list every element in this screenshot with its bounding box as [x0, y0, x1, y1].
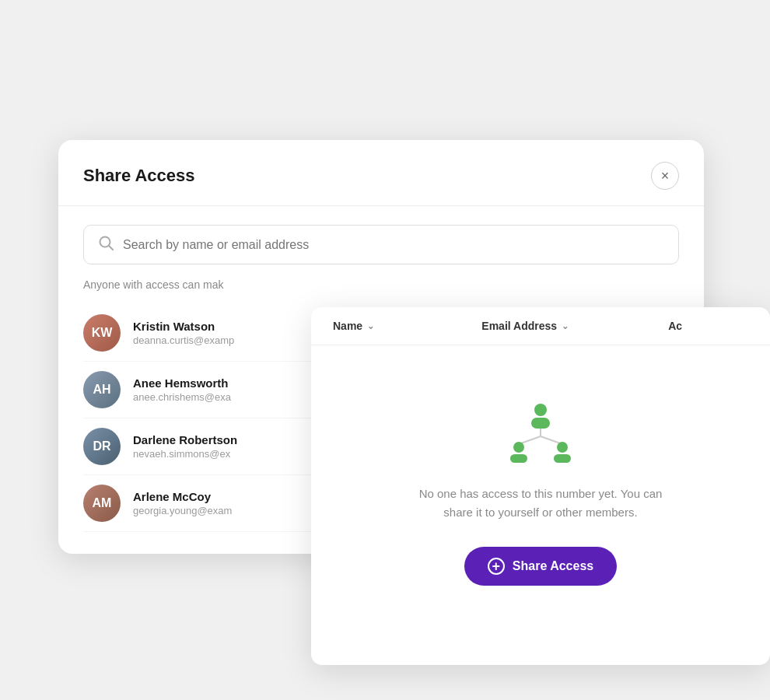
- col-email-label: Email Address: [481, 320, 557, 332]
- user-info: Darlene Robertson nevaeh.simmons@ex: [133, 433, 237, 460]
- share-plus-icon: +: [488, 558, 505, 575]
- user-email: deanna.curtis@examp: [133, 334, 234, 346]
- svg-rect-3: [531, 418, 550, 429]
- svg-rect-10: [554, 454, 571, 463]
- svg-point-7: [513, 442, 524, 453]
- empty-state-text: No one has access to this number yet. Yo…: [416, 485, 665, 522]
- secondary-panel: Name ⌄ Email Address ⌄ Ac: [311, 307, 770, 665]
- user-info: Anee Hemsworth anee.chrishems@exa: [133, 376, 231, 403]
- avatar-initials: KW: [83, 314, 121, 352]
- avatar: KW: [83, 314, 121, 352]
- avatar: AH: [83, 371, 121, 408]
- col-name-label: Name: [333, 320, 362, 332]
- col-name-chevron: ⌄: [367, 321, 374, 331]
- user-email: georgia.young@exam: [133, 505, 232, 516]
- user-name: Darlene Robertson: [133, 433, 237, 446]
- avatar-initials: DR: [83, 428, 121, 465]
- search-bar: [83, 225, 679, 264]
- user-name: Arlene McCoy: [133, 490, 232, 503]
- empty-state-icon: [502, 401, 579, 466]
- close-button[interactable]: ×: [651, 162, 679, 190]
- panel-body: No one has access to this number yet. Yo…: [311, 345, 770, 633]
- dialog-header: Share Access ×: [58, 140, 704, 206]
- user-email: nevaeh.simmons@ex: [133, 448, 237, 460]
- col-action-label: Ac: [668, 320, 682, 332]
- panel-header: Name ⌄ Email Address ⌄ Ac: [311, 307, 770, 345]
- column-header-email[interactable]: Email Address ⌄: [481, 320, 668, 332]
- user-info: Arlene McCoy georgia.young@exam: [133, 490, 232, 516]
- avatar: DR: [83, 428, 121, 465]
- avatar-initials: AH: [83, 371, 121, 408]
- share-access-button[interactable]: + Share Access: [464, 547, 617, 586]
- user-info: Kristin Watson deanna.curtis@examp: [133, 320, 234, 346]
- user-name: Kristin Watson: [133, 320, 234, 333]
- avatar-initials: AM: [83, 485, 121, 522]
- svg-point-9: [557, 442, 568, 453]
- search-input[interactable]: [123, 238, 664, 252]
- access-note: Anyone with access can mak: [83, 278, 679, 291]
- avatar: AM: [83, 485, 121, 522]
- search-icon: [98, 235, 114, 254]
- svg-line-1: [109, 246, 113, 250]
- column-header-action: Ac: [668, 320, 748, 332]
- dialog-title: Share Access: [83, 166, 195, 186]
- svg-point-2: [534, 404, 547, 416]
- user-email: anee.chrishems@exa: [133, 391, 231, 403]
- col-email-chevron: ⌄: [562, 321, 569, 331]
- column-header-name[interactable]: Name ⌄: [333, 320, 466, 332]
- user-name: Anee Hemsworth: [133, 376, 231, 390]
- svg-rect-8: [510, 454, 527, 463]
- share-btn-label: Share Access: [513, 559, 593, 573]
